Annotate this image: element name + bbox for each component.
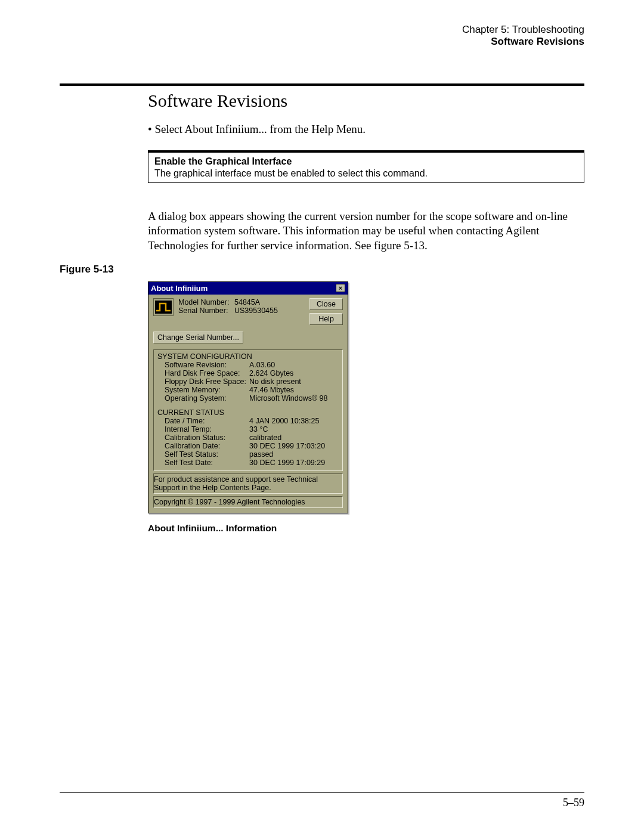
status-row: Date / Time:4 JAN 2000 10:38:25 [157,417,339,425]
system-config-panel: SYSTEM CONFIGURATION Software Revision:A… [153,349,343,471]
status-row: Internal Temp:33 °C [157,425,339,433]
sys-config-row: Hard Disk Free Space:2.624 Gbytes [157,369,339,377]
note-body: The graphical interface must be enabled … [154,168,578,179]
page-header: Chapter 5: Troubleshooting Software Revi… [60,24,584,48]
sys-config-row: Floppy Disk Free Space:No disk present [157,377,339,386]
page-title: Software Revisions [148,91,584,111]
instruction-bullet: • Select About Infiniium... from the Hel… [148,123,584,136]
status-row: Calibration Date:30 DEC 1999 17:03:20 [157,442,339,450]
close-icon[interactable]: × [336,284,345,292]
header-chapter: Chapter 5: Troubleshooting [60,24,584,36]
status-row: Self Test Status:passed [157,450,339,459]
page-number: 5–59 [563,797,584,809]
body-paragraph: A dialog box appears showing the current… [148,209,584,253]
copyright-text: Copyright © 1997 - 1999 Agilent Technolo… [153,496,343,508]
about-dialog: About Infiniium × Model Number:54845A [148,281,348,513]
sys-config-row: Operating System:Microsoft Windows® 98 [157,394,339,402]
system-config-heading: SYSTEM CONFIGURATION [157,352,339,361]
status-row: Self Test Date:30 DEC 1999 17:09:29 [157,459,339,467]
pulse-icon [153,298,174,316]
page-footer: 5–59 [60,792,584,809]
help-button[interactable]: Help [309,313,343,325]
horizontal-rule [60,83,584,86]
sys-config-row: Software Revision:A.03.60 [157,361,339,369]
svg-rect-0 [155,301,172,314]
model-number-value: 54845A [234,298,260,306]
change-serial-button[interactable]: Change Serial Number... [153,332,243,343]
close-button[interactable]: Close [309,298,343,310]
model-number-label: Model Number: [178,298,234,306]
support-text: For product assistance and support see T… [153,473,343,494]
current-status-heading: CURRENT STATUS [157,408,339,417]
serial-number-label: Serial Number: [178,306,234,315]
header-section: Software Revisions [60,36,584,48]
status-row: Calibration Status:calibrated [157,433,339,442]
note-box: Enable the Graphical Interface The graph… [148,150,584,183]
serial-number-value: US39530455 [234,306,278,315]
dialog-titlebar: About Infiniium × [148,282,348,295]
figure-caption: About Infiniium... Information [148,523,584,534]
dialog-title: About Infiniium [151,284,208,293]
figure-label: Figure 5-13 [60,264,584,275]
sys-config-row: System Memory:47.46 Mbytes [157,386,339,394]
note-title: Enable the Graphical Interface [154,156,578,167]
